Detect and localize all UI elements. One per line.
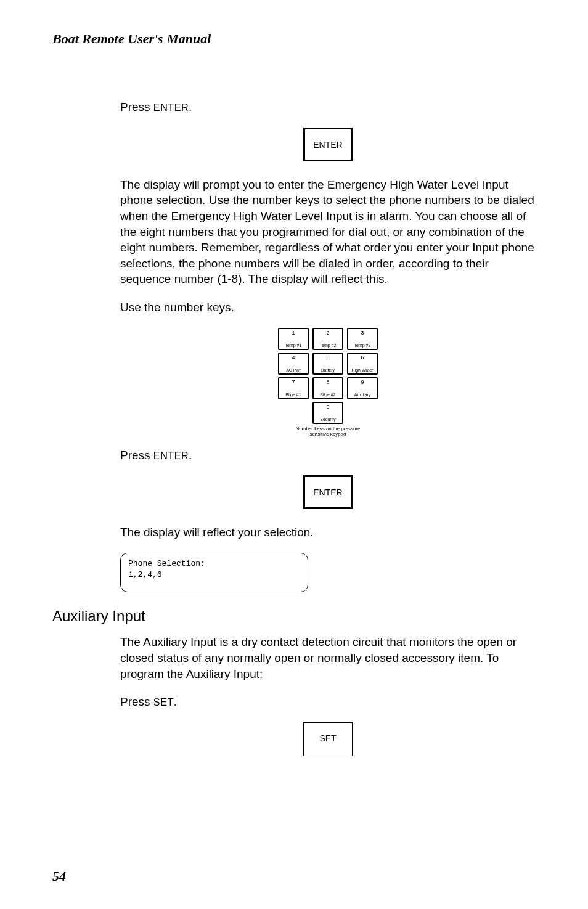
lcd-line-2: 1,2,4,6: [128, 569, 300, 581]
keypad: 1Temp #1 2Temp #2 3Temp #3 4AC Pwr 5Batt…: [278, 328, 378, 438]
key-name: ENTER: [153, 102, 189, 113]
key-7: 7Bilge #1: [278, 377, 309, 399]
keypad-row-4: 0Security: [278, 402, 378, 424]
section-auxiliary-input: Auxiliary Input: [52, 608, 536, 625]
enter-button-graphic-1: ENTER: [303, 128, 353, 161]
text: Press: [120, 695, 153, 708]
key-num: 1: [279, 330, 308, 336]
keypad-row-3: 7Bilge #1 8Bilge #2 9Auxiliary: [278, 377, 378, 399]
paragraph-emergency: The display will prompt you to enter the…: [120, 177, 536, 287]
keypad-figure: 1Temp #1 2Temp #2 3Temp #3 4AC Pwr 5Batt…: [120, 328, 536, 438]
key-6: 6High Water: [347, 353, 378, 375]
key-name: SET: [153, 696, 174, 707]
key-label: Bilge #2: [314, 393, 342, 397]
key-num: 0: [314, 404, 342, 410]
key-num: 3: [348, 330, 377, 336]
paragraph-auxiliary: The Auxiliary Input is a dry contact det…: [120, 634, 536, 682]
text: Press: [120, 449, 153, 462]
press-enter-1: Press ENTER.: [120, 99, 536, 115]
key-num: 4: [279, 355, 308, 361]
text: Press: [120, 100, 153, 113]
set-button-graphic: SET: [303, 722, 353, 756]
key-4: 4AC Pwr: [278, 353, 309, 375]
keypad-row-1: 1Temp #1 2Temp #2 3Temp #3: [278, 328, 378, 350]
lcd-line-1: Phone Selection:: [128, 558, 300, 569]
main-content: Press ENTER. ENTER The display will prom…: [120, 99, 536, 592]
key-num: 7: [279, 380, 308, 385]
key-label: Temp #3: [348, 343, 377, 348]
key-label: AC Pwr: [279, 368, 308, 372]
caption-line-1: Number keys on the pressure: [296, 426, 361, 431]
key-name: ENTER: [153, 450, 189, 461]
lcd-display: Phone Selection: 1,2,4,6: [120, 553, 308, 592]
caption-line-2: sensitive keypad: [309, 431, 346, 437]
text: .: [174, 695, 177, 708]
key-num: 2: [314, 330, 342, 336]
key-num: 8: [314, 380, 342, 385]
key-label: Auxiliary: [348, 393, 377, 397]
use-number-keys: Use the number keys.: [120, 300, 536, 316]
keypad-row-2: 4AC Pwr 5Battery 6High Water: [278, 353, 378, 375]
page-header: Boat Remote User's Manual: [52, 31, 536, 47]
text: .: [189, 449, 192, 462]
key-label: Temp #1: [279, 343, 308, 348]
key-num: 5: [314, 355, 342, 361]
text: .: [189, 100, 192, 113]
key-1: 1Temp #1: [278, 328, 309, 350]
page-number: 54: [52, 868, 66, 884]
key-num: 9: [348, 380, 377, 385]
key-label: Security: [314, 417, 342, 422]
key-label: Bilge #1: [279, 393, 308, 397]
key-2: 2Temp #2: [312, 328, 343, 350]
press-set: Press SET.: [120, 694, 536, 710]
display-reflect: The display will reflect your selection.: [120, 524, 536, 540]
key-9: 9Auxiliary: [347, 377, 378, 399]
keypad-caption: Number keys on the pressure sensitive ke…: [278, 426, 378, 438]
press-enter-2: Press ENTER.: [120, 447, 536, 463]
key-num: 6: [348, 355, 377, 361]
key-label: Battery: [314, 368, 342, 372]
key-3: 3Temp #3: [347, 328, 378, 350]
key-label: Temp #2: [314, 343, 342, 348]
aux-content: The Auxiliary Input is a dry contact det…: [120, 634, 536, 756]
enter-button-graphic-2: ENTER: [303, 475, 353, 509]
key-0: 0Security: [312, 402, 343, 424]
key-8: 8Bilge #2: [312, 377, 343, 399]
key-5: 5Battery: [312, 353, 343, 375]
key-label: High Water: [348, 368, 377, 372]
